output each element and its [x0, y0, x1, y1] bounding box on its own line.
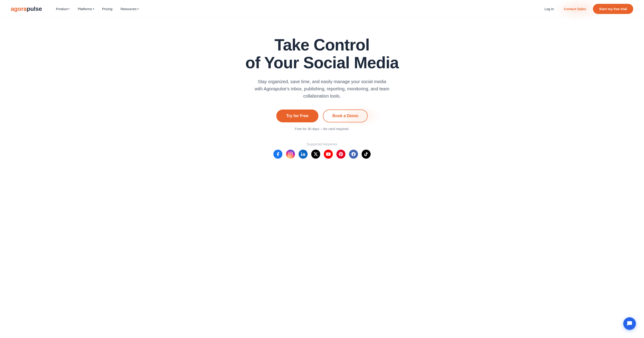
login-button[interactable]: Log In: [542, 5, 557, 13]
nav-right: Log In Contact Sales Start my free trial: [542, 4, 633, 14]
nav-item-product[interactable]: Product ▾: [53, 5, 73, 13]
svg-point-2: [292, 153, 292, 153]
network-pinterest[interactable]: [336, 150, 346, 159]
nav-resources-label: Resources: [120, 7, 137, 11]
hero-section: Take Control of Your Social Media Stay o…: [0, 18, 644, 172]
nav-platforms-label: Platforms: [78, 7, 92, 11]
hero-title-line1: Take Control: [274, 36, 370, 54]
network-youtube[interactable]: [324, 150, 333, 159]
hero-buttons: Try for Free Book a Demo: [276, 109, 368, 122]
chevron-down-icon: ▾: [138, 8, 138, 10]
try-for-free-button[interactable]: Try for Free: [276, 109, 318, 122]
logo[interactable]: agorapulse: [11, 6, 42, 13]
chevron-down-icon: ▾: [93, 8, 94, 10]
network-linkedin[interactable]: [298, 150, 308, 159]
svg-rect-3: [301, 154, 302, 156]
chevron-down-icon: ▾: [68, 8, 70, 10]
nav-product-label: Product: [56, 7, 68, 11]
svg-rect-0: [288, 152, 292, 156]
network-tiktok[interactable]: [362, 150, 370, 159]
networks-section: Supported Networks: [274, 142, 370, 159]
logo-agora: agora: [11, 6, 27, 13]
chat-icon: [626, 320, 633, 327]
network-instagram[interactable]: [286, 150, 295, 159]
hero-title: Take Control of Your Social Media: [245, 36, 398, 72]
svg-point-1: [290, 153, 291, 155]
contact-sales-button[interactable]: Contact Sales: [560, 5, 589, 13]
navbar: agorapulse Product ▾ Platforms ▾ Pricing…: [0, 0, 644, 18]
logo-pulse: pulse: [27, 6, 42, 13]
chat-support-button[interactable]: [623, 317, 636, 330]
network-facebook[interactable]: [274, 150, 282, 159]
networks-label: Supported Networks: [307, 142, 337, 146]
nav-item-platforms[interactable]: Platforms ▾: [74, 5, 97, 13]
svg-point-4: [301, 152, 302, 153]
book-demo-button[interactable]: Book a Demo: [323, 109, 368, 122]
network-twitter[interactable]: [311, 150, 320, 159]
nav-item-pricing[interactable]: Pricing: [99, 5, 116, 13]
nav-item-resources[interactable]: Resources ▾: [118, 5, 142, 13]
nav-links: Product ▾ Platforms ▾ Pricing Resources …: [53, 5, 542, 13]
trial-note: Free for 30 days – No card required.: [295, 127, 349, 131]
hero-subtitle: Stay organized, save time, and easily ma…: [254, 78, 390, 100]
networks-icons: [274, 150, 370, 159]
hero-title-line2: of Your Social Media: [245, 54, 398, 72]
nav-pricing-label: Pricing: [102, 7, 112, 11]
network-meta[interactable]: [349, 150, 358, 159]
start-trial-button[interactable]: Start my free trial: [593, 4, 633, 14]
